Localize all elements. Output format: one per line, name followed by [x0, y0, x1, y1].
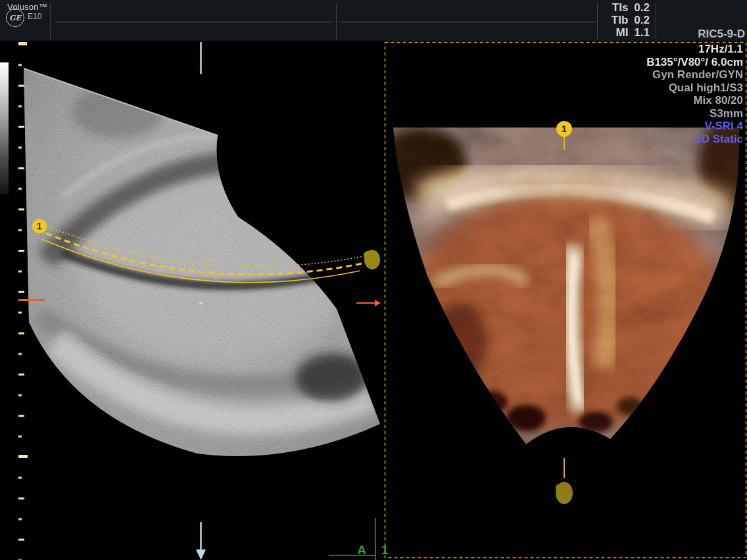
param-line: 17Hz/1.1	[646, 43, 743, 56]
plane-frame: A 1	[329, 518, 389, 560]
ge-logo-icon: GE	[6, 9, 24, 27]
render-anatomy	[375, 118, 747, 447]
tis-label: TIs	[607, 1, 628, 14]
b-mode-anatomy	[20, 62, 385, 470]
focus-marker[interactable]	[18, 299, 45, 301]
grayscale-bar	[0, 62, 9, 194]
param-line: B135°/V80°/ 6.0cm	[646, 56, 743, 69]
header-rule	[55, 22, 331, 22]
pointer-arrow	[356, 300, 381, 306]
param-line: Mix 80/20	[646, 94, 743, 107]
header-divider	[336, 3, 337, 39]
plane-a-label: A	[357, 543, 366, 557]
mi-value: 1.1	[634, 26, 650, 39]
b-mode-panel[interactable]	[20, 62, 385, 470]
header-rule	[341, 22, 596, 22]
param-line: Gyn Render/GYN	[646, 68, 743, 82]
probe-label: RIC5-9-D	[698, 28, 745, 41]
plane-number-label: 1	[381, 543, 389, 557]
header-divider	[656, 3, 656, 39]
render-panel[interactable]	[375, 118, 747, 447]
tib-label: TIb	[607, 14, 628, 26]
b-marker-1[interactable]: 1	[32, 219, 47, 233]
ti-row: MI 1.1	[597, 26, 654, 39]
header-divider	[50, 3, 51, 39]
render-marker-bottom[interactable]	[556, 458, 573, 504]
mi-label: MI	[607, 26, 628, 39]
ultrasound-screen: Voluson™ GE E10 TIs 0.2 TIb 0.2 MI 1.1 R…	[0, 0, 747, 560]
svg-text:1: 1	[37, 221, 42, 231]
ti-row: TIb 0.2	[597, 14, 654, 26]
image-area: + 1	[0, 0, 747, 560]
svg-text:1: 1	[562, 123, 567, 134]
acquisition-params: 17Hz/1.1 B135°/V80°/ 6.0cm Gyn Render/GY…	[646, 43, 743, 145]
param-line: Qual high1/S3	[646, 82, 743, 95]
ti-row: TIs 0.2	[597, 1, 654, 14]
param-line: 3D Static	[646, 133, 743, 146]
caliper-cross[interactable]: +	[199, 299, 203, 307]
trace-end-marker[interactable]	[364, 250, 380, 269]
param-line: S3mm	[646, 107, 743, 120]
model-label: E10	[28, 12, 41, 21]
acoustic-output-readout: TIs 0.2 TIb 0.2 MI 1.1	[597, 1, 654, 39]
tib-value: 0.2	[634, 14, 650, 26]
tis-value: 0.2	[634, 1, 650, 14]
svg-text:+: +	[199, 299, 203, 307]
axis-arrow-bottom	[196, 522, 206, 560]
param-line: V-SRI 4	[646, 120, 743, 133]
